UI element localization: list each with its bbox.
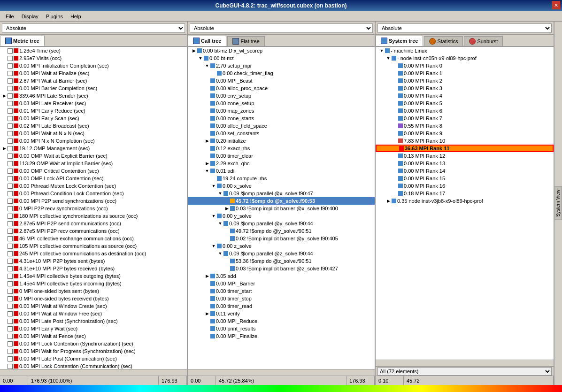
tree-expander[interactable] (1, 160, 8, 167)
mid-tree-content[interactable]: ▶0.00 bt-mz.D.x_wl_scorep▼0.00 bt-mz▼2.7… (188, 47, 375, 369)
tree-expander[interactable] (392, 100, 398, 107)
tree-expander[interactable] (223, 198, 230, 204)
mid-tree-item[interactable]: ▼0.00 bt-mz (188, 54, 375, 62)
mid-tree-item[interactable]: 0.03 !$omp implicit barrier @z_solve.f90… (188, 265, 375, 272)
mid-tree-item[interactable]: 0.00 set_constants (188, 130, 375, 137)
right-tree-item[interactable]: 0.18 MPI Rank 17 (376, 190, 554, 197)
tree-expander[interactable] (392, 123, 398, 129)
left-tree-item[interactable]: ▶19.12 OMP Management (sec) (0, 145, 187, 152)
mid-tree-item[interactable]: 0.00 print_results (188, 325, 375, 332)
tree-expander[interactable] (1, 175, 8, 182)
mid-tree-item[interactable]: ▶3.05 add (188, 272, 375, 280)
tree-expander[interactable]: ▶ (223, 205, 230, 212)
tree-expander[interactable] (223, 228, 230, 234)
left-tree-item[interactable]: 0.00 MPI Lock Contention (Communication)… (0, 362, 187, 369)
tree-expander[interactable] (1, 265, 8, 272)
mid-tree-item[interactable]: 0.02 !$omp implicit barrier @y_solve.f90… (188, 235, 375, 242)
tree-expander[interactable] (392, 70, 398, 77)
tree-checkbox[interactable] (8, 356, 13, 361)
tree-expander[interactable] (1, 198, 8, 204)
left-tree-item[interactable]: 0.02 MPI Late Broadcast (sec) (0, 122, 187, 130)
tree-expander[interactable] (223, 258, 230, 264)
menu-file[interactable]: File (2, 13, 18, 20)
right-tree-item[interactable]: 0.00 MPI Rank 6 (376, 107, 554, 115)
right-tree-item[interactable]: 0.00 MPI Rank 13 (376, 160, 554, 167)
mid-tree-item[interactable]: 19.24 compute_rhs (188, 175, 375, 182)
mid-tree-item[interactable]: ▶0.03 !$omp implicit barrier @x_solve.f9… (188, 205, 375, 212)
mid-dropdown[interactable]: Absolute Relative (190, 23, 373, 33)
tree-expander[interactable]: ▶ (204, 273, 210, 279)
left-tree-content[interactable]: 1.23e4 Time (sec)2.95e7 Visits (occ)0.00… (0, 47, 187, 369)
mid-tree-item[interactable]: 0.00 map_zones (188, 107, 375, 115)
left-tree-item[interactable]: 0.00 MPI Wait at Window Create (sec) (0, 302, 187, 310)
left-hscroll[interactable] (0, 369, 187, 376)
left-tree-item[interactable]: 0.00 MPI Late Post (Communication) (sec) (0, 355, 187, 362)
left-tree-item[interactable]: 0.00 MPI Wait for Progress (Synchronizat… (0, 347, 187, 355)
tree-expander[interactable] (204, 280, 210, 287)
tree-expander[interactable] (1, 55, 8, 61)
tree-expander[interactable] (1, 62, 8, 69)
tree-expander[interactable] (1, 310, 8, 317)
left-tree-item[interactable]: 4.31e+10 MPI P2P bytes sent (bytes) (0, 257, 187, 265)
tree-checkbox[interactable] (8, 274, 13, 279)
tree-expander[interactable] (204, 123, 210, 129)
tree-expander[interactable]: ▼ (210, 183, 217, 189)
tree-checkbox[interactable] (8, 191, 13, 196)
mid-tree-item[interactable]: 0.00 zone_setup (188, 100, 375, 107)
left-tree-item[interactable]: 0 MPI P2P recv synchronizations (occ) (0, 205, 187, 212)
mid-tree-item[interactable]: ▼2.70 setup_mpi (188, 62, 375, 69)
tree-expander[interactable] (1, 325, 8, 332)
mid-tree-item[interactable]: ▼0.00 y_solve (188, 212, 375, 220)
tree-expander[interactable] (1, 70, 8, 77)
left-tree-item[interactable]: 0 MPI one-sided bytes sent (bytes) (0, 287, 187, 295)
right-tree-item[interactable]: 36.63 MPI Rank 11 (376, 145, 554, 152)
mid-tree-item[interactable]: 0.00 timer_start (188, 287, 375, 295)
sidebar-system-view[interactable]: System View (554, 186, 562, 220)
left-tree-item[interactable]: 0.00 MPI Lock Contention (Synchronizatio… (0, 340, 187, 347)
mid-tree-item[interactable]: 0.00 timer_clear (188, 152, 375, 160)
tree-expander[interactable] (1, 348, 8, 354)
tree-checkbox[interactable] (8, 289, 13, 294)
right-tree-item[interactable]: ▶0.35 node inst-v3jb8-x9-ol89-hpc-prof (376, 197, 554, 205)
left-tree-item[interactable]: 2.87e5 MPI P2P send communications (occ) (0, 220, 187, 227)
mid-tree-item[interactable]: 53.36 !$omp do @z_solve.f90:51 (188, 257, 375, 265)
tree-checkbox[interactable] (8, 214, 13, 219)
right-dropdown[interactable]: Absolute Relative (377, 23, 552, 33)
mid-tree-item[interactable]: ▼0.09 !$omp parallel @y_solve.f90:44 (188, 220, 375, 227)
mid-tree-item[interactable]: ▶0.11 verify (188, 310, 375, 317)
right-tree-content[interactable]: ▼- machine Linux▼- node inst-cn05n-x9-ol… (376, 47, 554, 360)
tree-checkbox[interactable] (8, 131, 13, 136)
tree-expander[interactable] (393, 145, 399, 152)
left-tree-item[interactable]: 0.03 MPI Late Receiver (sec) (0, 100, 187, 107)
tree-checkbox[interactable] (8, 236, 13, 241)
tree-expander[interactable] (204, 303, 210, 309)
tree-expander[interactable] (1, 85, 8, 92)
left-tree-item[interactable]: 245 MPI collective communications as des… (0, 250, 187, 257)
left-tree-item[interactable]: 1.45e4 MPI collective bytes incoming (by… (0, 280, 187, 287)
right-tree-item[interactable]: 0.00 MPI Rank 0 (376, 62, 554, 69)
right-tree-item[interactable]: 0.00 MPI Rank 5 (376, 100, 554, 107)
mid-tree-item[interactable]: ▼0.00 x_solve (188, 182, 375, 190)
tree-expander[interactable]: ▼ (204, 62, 210, 69)
tree-checkbox[interactable] (8, 86, 13, 91)
tree-expander[interactable]: ▼ (210, 243, 217, 249)
tree-checkbox[interactable] (8, 48, 13, 54)
tree-expander[interactable] (392, 190, 398, 197)
mid-tree-item[interactable]: 0.00 alloc_proc_space (188, 85, 375, 92)
tree-expander[interactable] (210, 70, 217, 77)
mid-tree-item[interactable]: ▶0.00 bt-mz.D.x_wl_scorep (188, 47, 375, 54)
mid-tree-item[interactable]: 0.00 zone_starts (188, 115, 375, 122)
tree-expander[interactable] (1, 363, 8, 369)
left-tree-item[interactable]: 0.00 MPI Wait at Window Free (sec) (0, 310, 187, 317)
tree-expander[interactable] (1, 243, 8, 249)
mid-tree-item[interactable]: 45.72 !$omp do @x_solve.f90:53 (188, 197, 375, 205)
right-tree-item[interactable]: 0.00 MPI Rank 16 (376, 182, 554, 190)
tree-checkbox[interactable] (8, 311, 13, 316)
tree-expander[interactable] (223, 265, 230, 272)
tree-expander[interactable] (1, 333, 8, 339)
right-tree-item[interactable]: 0.55 MPI Rank 8 (376, 122, 554, 130)
left-tree-item[interactable]: 0.00 MPI N x N Completion (sec) (0, 137, 187, 145)
tree-expander[interactable] (204, 288, 210, 294)
right-tree-item[interactable]: 0.00 MPI Rank 7 (376, 115, 554, 122)
tree-expander[interactable]: ▶ (191, 47, 197, 54)
